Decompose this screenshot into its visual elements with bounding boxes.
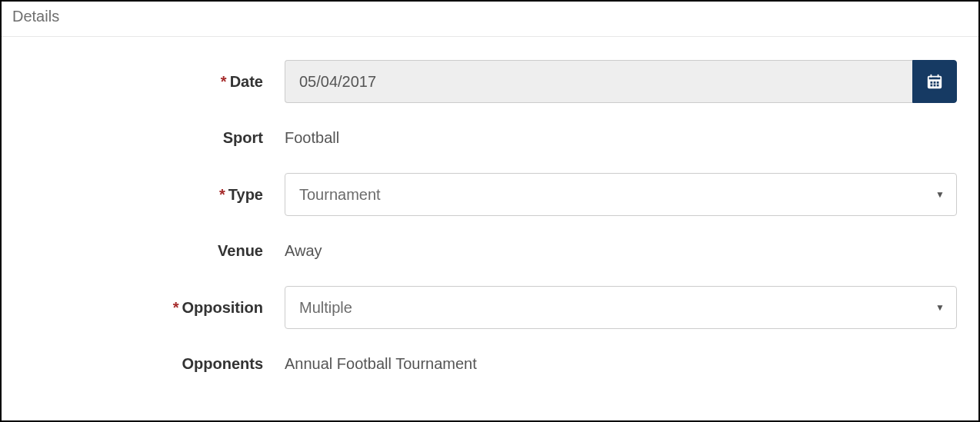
svg-rect-5 (931, 81, 933, 84)
row-type: *Type Tournament ▼ (23, 173, 957, 216)
svg-rect-6 (934, 81, 936, 84)
opposition-select-wrap: Multiple ▼ (285, 286, 957, 329)
opponents-value: Annual Football Tournament (285, 355, 477, 373)
row-sport: Sport Football (23, 129, 957, 147)
label-type: *Type (23, 186, 285, 204)
sport-value: Football (285, 129, 339, 147)
svg-rect-3 (931, 75, 932, 78)
label-opposition: *Opposition (23, 299, 285, 317)
panel-title: Details (2, 2, 978, 37)
svg-rect-8 (931, 85, 933, 87)
sport-control: Football (285, 129, 957, 147)
row-date: *Date (23, 60, 957, 103)
type-control: Tournament ▼ (285, 173, 957, 216)
svg-rect-9 (934, 85, 936, 87)
label-opponents-text: Opponents (182, 355, 263, 372)
svg-rect-10 (937, 85, 939, 87)
label-opponents: Opponents (23, 355, 285, 373)
opposition-select[interactable]: Multiple (285, 286, 957, 329)
calendar-icon (926, 73, 943, 90)
row-opponents: Opponents Annual Football Tournament (23, 355, 957, 373)
label-type-text: Type (228, 186, 263, 203)
venue-value: Away (285, 242, 322, 260)
required-mark: * (173, 299, 179, 316)
date-input[interactable] (285, 60, 912, 103)
date-control (285, 60, 957, 103)
label-venue-text: Venue (218, 242, 263, 259)
label-date: *Date (23, 73, 285, 91)
required-mark: * (219, 186, 225, 203)
panel-body: *Date (2, 37, 978, 420)
label-date-text: Date (230, 73, 263, 90)
row-opposition: *Opposition Multiple ▼ (23, 286, 957, 329)
type-select[interactable]: Tournament (285, 173, 957, 216)
opposition-control: Multiple ▼ (285, 286, 957, 329)
svg-rect-4 (938, 75, 939, 78)
row-venue: Venue Away (23, 242, 957, 260)
label-sport-text: Sport (223, 129, 263, 146)
label-opposition-text: Opposition (182, 299, 263, 316)
type-select-wrap: Tournament ▼ (285, 173, 957, 216)
details-panel: Details *Date (0, 0, 980, 422)
date-input-group (285, 60, 957, 103)
label-sport: Sport (23, 129, 285, 147)
date-picker-button[interactable] (912, 60, 957, 103)
label-venue: Venue (23, 242, 285, 260)
required-mark: * (221, 73, 227, 90)
opponents-control: Annual Football Tournament (285, 355, 957, 373)
venue-control: Away (285, 242, 957, 260)
svg-rect-7 (937, 81, 939, 84)
